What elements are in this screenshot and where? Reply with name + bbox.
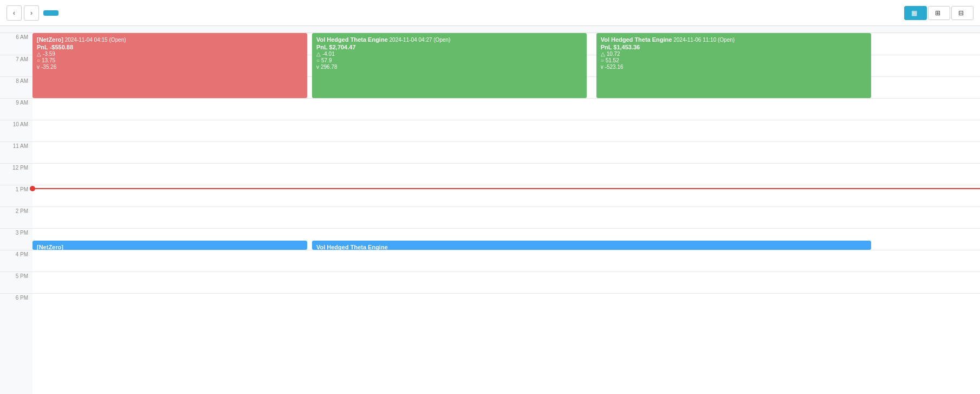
event-stat: ○57.9 bbox=[316, 57, 582, 63]
week-icon: ⊞ bbox=[935, 9, 940, 17]
events-overlay: [NetZero] 2024-11-04 04:15 (Open)PnL -$5… bbox=[33, 33, 980, 394]
event-stat: v-523.16 bbox=[601, 64, 867, 70]
time-label: 3 PM bbox=[0, 228, 33, 250]
stat-value: 296.78 bbox=[321, 64, 338, 70]
stat-symbol: △ bbox=[316, 51, 321, 57]
event-pnl: PnL -$550.88 bbox=[37, 44, 303, 50]
time-label: 7 AM bbox=[0, 55, 33, 76]
stat-value: -3.59 bbox=[43, 51, 55, 57]
time-label: 9 AM bbox=[0, 98, 33, 120]
stat-symbol: △ bbox=[601, 51, 605, 57]
time-label: 6 PM bbox=[0, 293, 33, 315]
event-title: Vol Hedged Theta Engine bbox=[601, 36, 672, 43]
time-label: 11 AM bbox=[0, 141, 33, 163]
event-stat: △-4.01 bbox=[316, 51, 582, 57]
event-card[interactable]: Vol Hedged Theta Engine 2024-11-06 11:10… bbox=[596, 33, 871, 98]
time-label: 2 PM bbox=[0, 206, 33, 228]
event-card[interactable]: Vol Hedged Theta Engine 2024-11-04 04:27… bbox=[312, 33, 587, 98]
time-grid: 6 AM7 AM8 AM9 AM10 AM11 AM12 PM1 PM2 PM3… bbox=[0, 33, 980, 394]
event-stat: ○51.52 bbox=[601, 57, 867, 63]
next-button[interactable]: › bbox=[24, 5, 39, 21]
day-view-button[interactable]: ▦ bbox=[904, 6, 927, 20]
stat-value: 10.72 bbox=[607, 51, 620, 57]
event-card[interactable]: [NetZero] bbox=[33, 241, 307, 250]
time-label: 10 AM bbox=[0, 120, 33, 141]
event-stat: △10.72 bbox=[601, 51, 867, 57]
event-title: Vol Hedged Theta Engine bbox=[316, 36, 388, 43]
stat-symbol: ○ bbox=[316, 57, 320, 63]
event-subtitle: 2024-11-06 11:10 (Open) bbox=[672, 37, 735, 43]
time-label: 5 PM bbox=[0, 272, 33, 293]
prev-button[interactable]: ‹ bbox=[7, 5, 22, 21]
event-stat: v-35.26 bbox=[37, 64, 303, 70]
stat-value: -35.26 bbox=[41, 64, 56, 70]
stat-symbol: ○ bbox=[37, 57, 40, 63]
header: ‹ › ▦ ⊞ ⊟ bbox=[0, 0, 980, 26]
time-label: 4 PM bbox=[0, 250, 33, 272]
calendar-container: 6 AM7 AM8 AM9 AM10 AM11 AM12 PM1 PM2 PM3… bbox=[0, 26, 980, 394]
month-icon: ⊟ bbox=[958, 9, 964, 17]
time-label: 12 PM bbox=[0, 163, 33, 185]
week-view-button[interactable]: ⊞ bbox=[928, 6, 950, 20]
day-icon: ▦ bbox=[911, 9, 917, 17]
event-pnl: PnL $2,704.47 bbox=[316, 44, 582, 50]
event-title: Vol Hedged Theta Engine bbox=[316, 244, 388, 250]
stat-value: 13.75 bbox=[42, 57, 55, 63]
time-label: 6 AM bbox=[0, 33, 33, 55]
event-subtitle: 2024-11-04 04:15 (Open) bbox=[63, 37, 126, 43]
event-stat: v296.78 bbox=[316, 64, 582, 70]
event-stat: ○13.75 bbox=[37, 57, 303, 63]
event-card[interactable]: Vol Hedged Theta Engine bbox=[312, 241, 871, 250]
stat-symbol: v bbox=[316, 64, 319, 70]
event-title: [NetZero] bbox=[37, 244, 63, 250]
event-pnl: PnL $1,453.36 bbox=[601, 44, 867, 50]
event-card[interactable]: [NetZero] 2024-11-04 04:15 (Open)PnL -$5… bbox=[33, 33, 307, 98]
stat-symbol: v bbox=[37, 64, 40, 70]
stat-value: -4.01 bbox=[322, 51, 335, 57]
today-button[interactable] bbox=[43, 10, 59, 16]
time-labels: 6 AM7 AM8 AM9 AM10 AM11 AM12 PM1 PM2 PM3… bbox=[0, 33, 33, 394]
header-left: ‹ › bbox=[7, 5, 59, 21]
stat-symbol: v bbox=[601, 64, 603, 70]
event-stat: △-3.59 bbox=[37, 51, 303, 57]
stat-symbol: ○ bbox=[601, 57, 604, 63]
events-area: [NetZero] 2024-11-04 04:15 (Open)PnL -$5… bbox=[33, 33, 980, 394]
day-header bbox=[0, 26, 980, 33]
stat-value: -523.16 bbox=[605, 64, 624, 70]
time-label: 1 PM bbox=[0, 185, 33, 206]
stat-value: 57.9 bbox=[321, 57, 332, 63]
view-switcher: ▦ ⊞ ⊟ bbox=[904, 6, 973, 20]
month-view-button[interactable]: ⊟ bbox=[951, 6, 973, 20]
stat-value: 51.52 bbox=[606, 57, 619, 63]
event-title: [NetZero] bbox=[37, 36, 63, 43]
event-subtitle: 2024-11-04 04:27 (Open) bbox=[388, 37, 451, 43]
stat-symbol: △ bbox=[37, 51, 41, 57]
time-label: 8 AM bbox=[0, 76, 33, 98]
current-time-line bbox=[33, 188, 980, 189]
